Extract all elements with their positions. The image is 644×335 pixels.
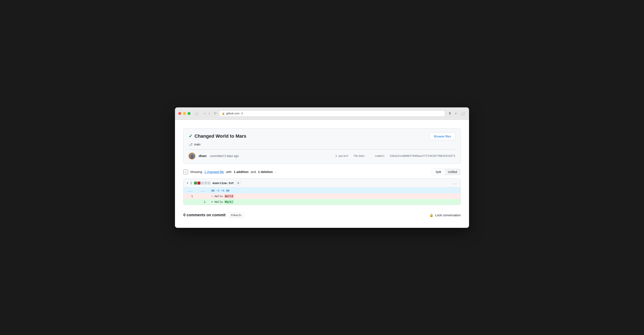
browser-controls: ‹ › [203,111,211,116]
comments-title: 0 comments on commit 316a22c [183,212,244,218]
diff-header-left: ▾ 2 exercise.txt ⧉ [187,181,241,185]
address-bar[interactable]: 🔒 github.com ↺ [219,110,445,117]
sidebar-toggle-button[interactable]: ⬜ [193,111,199,116]
diff-hunk-row: ... ... @@ −1 +1 @@ [184,188,460,193]
diff-del-old-num: 1 [184,193,196,199]
changed-file-link[interactable]: 1 changed file [204,170,224,174]
view-toggle: Split Unified [432,169,461,175]
check-icon: ✓ [188,133,192,139]
lock-conversation-button[interactable]: 🔒 Lock conversation [429,213,461,217]
shield-icon: 🛡 [214,112,217,115]
diff-card: ▾ 2 exercise.txt ⧉ ... [183,178,461,205]
commit-meta-row: 👤 dham committed 3 days ago 1 parent fdc… [188,153,456,159]
diff-del-word: World [224,194,234,198]
parent-hash: fdc1dec [354,154,365,157]
parent-label: 1 parent [336,154,349,157]
new-tab-button[interactable]: + [454,111,458,116]
browse-files-button[interactable]: Browse files [430,133,456,140]
diff-header: ▾ 2 exercise.txt ⧉ ... [184,179,460,188]
comments-section: 0 comments on commit 316a22c 🔒 Lock conv… [183,211,461,219]
comments-hash-badge[interactable]: 316a22c [228,212,244,218]
browser-actions: ⬆ + ⬜ [448,111,466,116]
maximize-button[interactable] [188,112,190,115]
diff-add-new-num: 1 [196,199,209,205]
period: . [275,170,276,174]
diff-add-row: 1 + Hello Mars! [184,199,460,205]
split-view-button[interactable]: Split [432,169,444,175]
copy-filename-button[interactable]: ⧉ [236,181,241,185]
diff-collapse-button[interactable]: ▾ [187,182,188,185]
avatar: 👤 [188,153,195,159]
diff-hunk-old-num: ... [184,188,196,193]
diff-table: ... ... @@ −1 +1 @@ 1 − Hello World [184,188,460,205]
diff-add-word: Mars! [224,200,234,204]
diff-bar-red [198,182,200,185]
diff-bar-gray-1 [201,182,204,185]
commit-branch-row: ⎇ main [188,143,456,150]
commit-title: ✓ Changed World to Mars [188,133,246,139]
diff-add-content: + Hello Mars! [209,199,460,205]
lock-conversation-label: Lock conversation [435,213,461,217]
branch-name: main [194,143,200,146]
diff-bar-green-1 [194,182,197,185]
showing-text: Showing [190,170,202,174]
with-text: with [226,170,232,174]
diff-del-sign: − [211,195,215,198]
traffic-lights [178,112,190,115]
diff-bar-gray-2 [204,182,207,185]
commit-header-card: ✓ Changed World to Mars Browse files ⎇ m… [183,128,461,164]
parent-info: 1 parent fdc1dec commit 316a22cedb862794… [336,154,456,157]
browser-titlebar: ⬜ ‹ › 🛡 🔒 github.com ↺ ⬆ + ⬜ [175,107,469,120]
close-button[interactable] [178,112,181,115]
lock-icon: 🔒 [222,112,225,115]
share-button[interactable]: ⬆ [448,111,452,116]
unified-view-button[interactable]: Unified [444,169,460,175]
addition-count: 1 addition [234,170,249,174]
deletion-count: 1 deletion [258,170,273,174]
address-bar-container: 🛡 🔒 github.com ↺ [213,110,445,117]
diff-hunk-new-num: ... [196,188,209,193]
diff-file-count: 2 [190,181,192,185]
commit-author: dham [199,154,206,158]
commit-title-text: Changed World to Mars [194,133,246,139]
diff-add-text: Hello [215,200,224,203]
diff-bar-gray-3 [208,182,210,185]
commit-label: commit [375,154,384,157]
diff-icon: ± [183,170,188,174]
url-text: github.com [226,112,240,115]
diff-del-text: Hello [215,195,224,198]
commit-time: committed 3 days ago [210,154,238,158]
browser-content: ✓ Changed World to Mars Browse files ⎇ m… [175,120,469,228]
comments-count-text: 0 comments on commit [183,213,226,217]
diff-del-row: 1 − Hello World [184,193,460,199]
diff-add-old-num [184,199,196,205]
browser-window: ⬜ ‹ › 🛡 🔒 github.com ↺ ⬆ + ⬜ ✓ [175,107,469,228]
diff-filename: exercise.txt [212,181,234,185]
and-text: and [250,170,256,174]
refresh-button[interactable]: ↺ [241,112,243,115]
branch-icon: ⎇ [188,143,192,146]
diff-bars [194,182,210,185]
back-button[interactable]: ‹ [203,111,206,116]
tabs-button[interactable]: ⬜ [460,111,466,116]
diff-add-sign: + [211,200,215,203]
forward-button[interactable]: › [208,111,210,116]
commit-title-row: ✓ Changed World to Mars Browse files [188,133,456,140]
minimize-button[interactable] [183,112,186,115]
lock-conversation-icon: 🔒 [429,213,434,217]
diff-del-new-num [196,193,209,199]
files-changed-info: ± Showing 1 changed file with 1 addition… [183,170,276,174]
diff-hunk-content: @@ −1 +1 @@ [209,188,460,193]
commit-hash: 316a22cedb8627940aee7f17442977083241O2f1 [390,154,456,157]
files-changed-bar: ± Showing 1 changed file with 1 addition… [183,169,461,175]
diff-del-content: − Hello World [209,193,460,199]
diff-more-button[interactable]: ... [453,181,457,185]
